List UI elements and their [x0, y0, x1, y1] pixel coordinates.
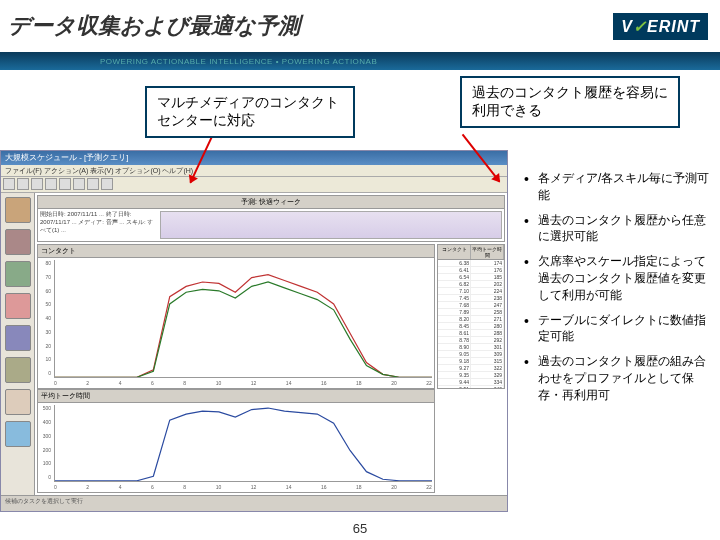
slide-content: 大規模スケジュール - [予測クエリ] ファイル(F) アクション(A) 表示(…	[0, 150, 720, 530]
chart2-yaxis: 5004003002001000	[38, 403, 52, 482]
bullet-panel: 各メディア/各スキル毎に予測可能過去のコンタクト履歴から任意に選択可能欠席率やス…	[508, 150, 720, 530]
table-row: 6.38174	[438, 260, 504, 267]
forecast-selector: 予測: 快適ウィーク 開始日時: 2007/11/11 ... 終了日時: 20…	[37, 195, 505, 242]
callouts: マルチメディアのコンタクトセンターに対応 過去のコンタクト履歴を容易に利用できる	[0, 72, 720, 132]
chart1-xaxis: 0246810121416182022	[54, 380, 432, 388]
sidebar-icon	[5, 389, 31, 415]
toolbar-icon	[59, 178, 71, 190]
toolbar-icon	[17, 178, 29, 190]
bullet-item: テーブルにダイレクトに数値指定可能	[524, 312, 710, 346]
chart-aht-title: 平均トーク時間	[38, 390, 434, 403]
table-row: 7.89258	[438, 309, 504, 316]
chart-aht: 平均トーク時間 5004003002001000 024681012141618…	[37, 389, 435, 493]
banner-text: POWERING ACTIONABLE INTELLIGENCE • POWER…	[100, 57, 377, 66]
toolbar-icon	[3, 178, 15, 190]
table-row: 8.20271	[438, 316, 504, 323]
table-row: 8.78292	[438, 337, 504, 344]
sidebar-icon	[5, 229, 31, 255]
app-toolbar	[1, 177, 507, 193]
table-row: 9.05309	[438, 351, 504, 358]
sidebar-icon	[5, 421, 31, 447]
sidebar-icon	[5, 261, 31, 287]
slide-header: データ収集および最適な予測 V✓ERINT	[0, 0, 720, 52]
bullet-item: 欠席率やスケール指定によって過去のコンタクト履歴値を変更して利用が可能	[524, 253, 710, 303]
page-number: 65	[353, 521, 367, 536]
chart2-xaxis: 0246810121416182022	[54, 484, 432, 492]
chart-contacts: コンタクト 80706050403020100 0246810121416182…	[37, 244, 435, 389]
table-row: 9.18315	[438, 358, 504, 365]
forecast-timeline	[160, 211, 502, 239]
table-row: 9.27322	[438, 365, 504, 372]
sidebar-icon	[5, 325, 31, 351]
table-row: 6.54185	[438, 274, 504, 281]
bullet-item: 過去のコンタクト履歴の組み合わせをプロファイルとして保存・再利用可	[524, 353, 710, 403]
chart1-plot	[54, 260, 432, 378]
chart2-plot	[54, 405, 432, 482]
table-row: 9.35329	[438, 372, 504, 379]
callout-history: 過去のコンタクト履歴を容易に利用できる	[460, 76, 680, 128]
app-statusbar: 候補のタスクを選択して実行	[1, 495, 507, 509]
forecast-title: 予測: 快適ウィーク	[38, 196, 504, 209]
table-row: 8.61288	[438, 330, 504, 337]
sidebar-icon	[5, 293, 31, 319]
toolbar-icon	[45, 178, 57, 190]
table-row: 6.41176	[438, 267, 504, 274]
toolbar-icon	[31, 178, 43, 190]
toolbar-icon	[73, 178, 85, 190]
table-row: 8.90301	[438, 344, 504, 351]
table-col1: コンタクト	[438, 245, 471, 259]
bullet-item: 各メディア/各スキル毎に予測可能	[524, 170, 710, 204]
table-row: 7.45238	[438, 295, 504, 302]
chart1-yaxis: 80706050403020100	[38, 258, 52, 378]
brand-logo: V✓ERINT	[613, 13, 708, 40]
callout-multimedia: マルチメディアのコンタクトセンターに対応	[145, 86, 355, 138]
chart-contacts-title: コンタクト	[38, 245, 434, 258]
table-row: 8.45280	[438, 323, 504, 330]
sidebar-icon	[5, 357, 31, 383]
brand-banner: POWERING ACTIONABLE INTELLIGENCE • POWER…	[0, 52, 720, 70]
table-row: 7.68247	[438, 302, 504, 309]
slide-title: データ収集および最適な予測	[8, 11, 300, 41]
table-row: 9.44334	[438, 379, 504, 386]
sidebar-icon	[5, 197, 31, 223]
table-row: 7.10224	[438, 288, 504, 295]
app-main: 予測: 快適ウィーク 開始日時: 2007/11/11 ... 終了日時: 20…	[35, 193, 507, 495]
bullet-item: 過去のコンタクト履歴から任意に選択可能	[524, 212, 710, 246]
forecast-params: 開始日時: 2007/11/11 ... 終了日時: 2007/11/17 ..…	[38, 209, 158, 241]
toolbar-icon	[101, 178, 113, 190]
app-titlebar: 大規模スケジュール - [予測クエリ]	[1, 151, 507, 165]
table-col2: 平均トーク時間	[471, 245, 504, 259]
table-row: 6.82202	[438, 281, 504, 288]
app-sidebar	[1, 193, 35, 495]
toolbar-icon	[87, 178, 99, 190]
app-window-screenshot: 大規模スケジュール - [予測クエリ] ファイル(F) アクション(A) 表示(…	[0, 150, 508, 512]
data-table: コンタクト平均トーク時間 6.381746.411766.541856.8220…	[437, 244, 505, 389]
app-menubar: ファイル(F) アクション(A) 表示(V) オプション(O) ヘルプ(H)	[1, 165, 507, 177]
